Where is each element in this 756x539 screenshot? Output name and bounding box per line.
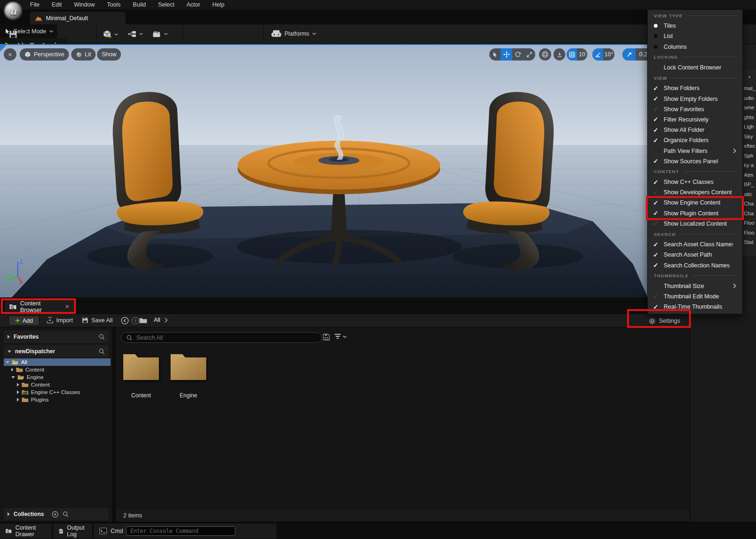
search-assets-input[interactable]: Search All [121, 332, 322, 343]
menu-item-search-asset-class-names[interactable]: ✓Search Asset Class Names [648, 239, 742, 250]
lit-dropdown[interactable]: Lit [71, 48, 96, 61]
source-header-newdispatcher[interactable]: newDispatcher [4, 345, 109, 357]
tree-item-plugins[interactable]: Plugins [4, 396, 109, 403]
favorites-header[interactable]: Favorites [4, 331, 109, 343]
outliner-item[interactable]: ghts [743, 113, 756, 122]
menu-item-path-view-filters[interactable]: Path View Filters [648, 145, 742, 156]
menu-item-show-favorites[interactable]: ✓Show Favorites [648, 104, 742, 114]
tree-item-content[interactable]: Content [4, 381, 109, 388]
rotation-snap-toggle[interactable] [592, 48, 603, 61]
back-button[interactable] [121, 317, 129, 325]
show-dropdown[interactable]: Show [97, 48, 121, 61]
outliner-item[interactable]: Ligh [743, 122, 756, 132]
outliner-item[interactable]: Sky [743, 132, 756, 142]
content-drawer-button[interactable]: Content Drawer [0, 524, 52, 539]
tab-minimal-default[interactable]: Minimal_Default [30, 12, 126, 24]
forward-button[interactable] [131, 317, 139, 325]
breadcrumb-all[interactable]: All [154, 317, 160, 323]
menu-item-show-developers-content[interactable]: ✓Show Developers Content [648, 187, 742, 197]
world-coordinate-button[interactable] [539, 48, 551, 61]
settings-button[interactable]: Settings [649, 315, 680, 326]
outliner-item[interactable]: Floo [743, 228, 756, 238]
collections-header[interactable]: Collections [4, 508, 109, 520]
menu-item-filter-recursively[interactable]: ✓Filter Recursively [648, 114, 742, 125]
scale-tool-button[interactable] [524, 48, 535, 61]
menubar-item-help[interactable]: Help [212, 1, 225, 8]
menubar-item-actor[interactable]: Actor [187, 1, 200, 8]
import-button[interactable]: Import [46, 317, 73, 324]
menu-item-show-all-folder[interactable]: ✓Show All Folder [648, 125, 742, 135]
outliner-item[interactable]: ame [743, 103, 756, 113]
breadcrumb-folder-icon[interactable] [139, 318, 147, 324]
scroll-up-icon[interactable]: ▲ [743, 69, 756, 84]
platforms-dropdown[interactable]: Platforms [271, 30, 316, 38]
menubar-item-file[interactable]: File [30, 1, 39, 8]
menu-item-show-localized-content[interactable]: ✓Show Localized Content [648, 219, 742, 229]
surface-snapping-button[interactable] [554, 48, 565, 61]
panel-splitter[interactable] [112, 327, 116, 522]
outliner-item[interactable]: eflec [743, 141, 756, 151]
outliner-item[interactable]: udio [743, 93, 756, 103]
outliner-item[interactable]: BP_ [743, 180, 756, 190]
menu-item-show-c-classes[interactable]: ✓Show C++ Classes [648, 177, 742, 187]
menubar-item-edit[interactable]: Edit [52, 1, 62, 8]
outliner-item[interactable]: Floo [743, 218, 756, 228]
tree-item-engine-c-classes[interactable]: C++Engine C++ Classes [4, 388, 109, 396]
save-button[interactable] [8, 30, 18, 39]
search-icon[interactable] [62, 511, 69, 517]
outliner-item[interactable]: mal_ [743, 84, 756, 93]
cinematics-button[interactable] [152, 30, 168, 38]
console-command-input[interactable]: Enter Console Command [126, 526, 235, 536]
filters-button[interactable] [334, 334, 347, 340]
menubar-item-select[interactable]: Select [158, 1, 174, 8]
menu-item-show-folders[interactable]: ✓Show Folders [648, 83, 742, 93]
search-icon[interactable] [98, 334, 105, 340]
search-icon[interactable] [98, 348, 105, 355]
tree-item-all[interactable]: All [4, 358, 111, 366]
menubar-item-tools[interactable]: Tools [107, 1, 120, 8]
camera-speed-toggle[interactable] [622, 48, 636, 61]
menu-item-show-engine-content[interactable]: ✓Show Engine Content [648, 197, 742, 208]
menu-item-thumbnail-size[interactable]: Thumbnail Size [648, 281, 742, 291]
add-button[interactable]: Add [8, 316, 39, 326]
cmd-dropdown[interactable]: Cmd [111, 528, 123, 534]
output-log-button[interactable]: Output Log [53, 524, 92, 539]
menu-item-show-empty-folders[interactable]: ✓Show Empty Folders [648, 94, 742, 104]
outliner-item[interactable]: Cha [743, 199, 756, 209]
asset-folder-engine[interactable]: Engine [167, 352, 210, 399]
menu-item-tiles[interactable]: Tiles [648, 21, 742, 31]
menu-item-organize-folders[interactable]: ✓Organize Folders [648, 135, 742, 145]
tree-item-content[interactable]: Content [4, 366, 109, 373]
perspective-dropdown[interactable]: Perspective [20, 48, 69, 61]
level-viewport[interactable]: Perspective Lit Show 10 10° [0, 44, 756, 297]
menubar-item-build[interactable]: Build [133, 1, 146, 8]
outliner-item[interactable]: Cha [743, 209, 756, 219]
outliner-item[interactable]: Atm [743, 170, 756, 180]
close-icon[interactable] [65, 304, 69, 309]
tree-item-engine[interactable]: Engine [4, 373, 109, 381]
outliner-item[interactable]: ky a [743, 160, 756, 170]
menu-item-list[interactable]: List [648, 31, 742, 41]
outliner-item[interactable]: Stat [743, 237, 756, 247]
add-actor-button[interactable] [103, 30, 118, 39]
content-browser-tab[interactable]: Content Browser [5, 299, 74, 314]
menu-item-search-asset-path[interactable]: ✓Search Asset Path [648, 250, 742, 260]
grid-snap-toggle[interactable] [567, 48, 577, 61]
save-all-button[interactable]: Save All [82, 317, 112, 324]
blueprints-button[interactable] [127, 30, 143, 38]
menu-item-lock-content-browser[interactable]: Lock Content Browser [648, 62, 742, 73]
menu-item-thumbnail-edit-mode[interactable]: ✓Thumbnail Edit Mode [648, 291, 742, 302]
outliner-item[interactable]: atic [743, 190, 756, 199]
menu-item-show-sources-panel[interactable]: ✓Show Sources Panel [648, 156, 742, 167]
menu-item-search-collection-names[interactable]: ✓Search Collection Names [648, 260, 742, 271]
unreal-logo[interactable]: u [3, 1, 23, 21]
outliner-item[interactable]: Sph [743, 151, 756, 161]
menu-item-real-time-thumbnails[interactable]: ✓Real-Time Thumbnails [648, 302, 742, 312]
add-collection-icon[interactable] [52, 511, 59, 518]
menubar-item-window[interactable]: Window [74, 1, 95, 8]
select-tool-button[interactable] [489, 48, 501, 61]
menu-item-columns[interactable]: Columns [648, 42, 742, 52]
move-tool-button[interactable] [501, 48, 512, 61]
menu-item-show-plugin-content[interactable]: ✓Show Plugin Content [648, 208, 742, 219]
asset-folder-content[interactable]: Content [120, 352, 162, 399]
